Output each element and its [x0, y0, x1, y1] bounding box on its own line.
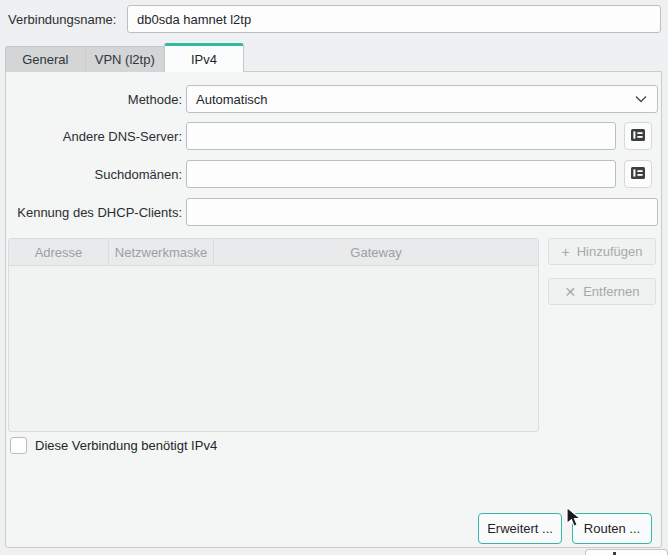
search-domains-label: Suchdomänen: — [8, 167, 182, 182]
cut-off-widget — [585, 549, 668, 555]
plus-icon: + — [562, 245, 570, 259]
column-header-gateway[interactable]: Gateway — [214, 239, 538, 265]
dns-servers-label: Andere DNS-Server: — [8, 129, 182, 144]
edit-list-icon — [630, 127, 646, 146]
tab-ipv4[interactable]: IPv4 — [164, 43, 244, 72]
requires-ipv4-checkbox[interactable] — [10, 437, 27, 454]
remove-address-button[interactable]: ✕ Entfernen — [548, 278, 656, 305]
edit-list-icon — [630, 165, 646, 184]
dhcp-client-id-label: Kennung des DHCP-Clients: — [8, 205, 182, 220]
column-header-adresse[interactable]: Adresse — [9, 239, 109, 265]
addresses-table: Adresse Netzwerkmaske Gateway — [8, 238, 539, 432]
add-address-button-label: Hinzufügen — [577, 244, 643, 259]
dns-servers-edit-list-button[interactable] — [624, 122, 652, 150]
method-combobox[interactable]: Automatisch — [186, 85, 658, 113]
connection-name-label: Verbindungsname: — [8, 12, 116, 27]
routes-button[interactable]: Routen ... — [572, 513, 652, 544]
cross-icon: ✕ — [564, 285, 576, 299]
remove-address-button-label: Entfernen — [583, 284, 639, 299]
addresses-table-header: Adresse Netzwerkmaske Gateway — [9, 239, 538, 266]
dns-servers-input[interactable] — [186, 122, 616, 150]
tab-general[interactable]: General — [6, 47, 85, 72]
search-domains-input[interactable] — [186, 160, 616, 188]
dhcp-client-id-input[interactable] — [186, 198, 658, 226]
requires-ipv4-checkbox-label: Diese Verbindung benötigt IPv4 — [35, 438, 217, 453]
addresses-table-body[interactable] — [9, 266, 538, 432]
connection-name-input[interactable] — [127, 5, 661, 33]
tab-group-inactive: General VPN (l2tp) — [5, 46, 165, 72]
method-label: Methode: — [8, 92, 182, 107]
method-selected-value: Automatisch — [196, 92, 634, 107]
column-header-netzwerkmaske[interactable]: Netzwerkmaske — [109, 239, 214, 265]
search-domains-edit-list-button[interactable] — [624, 160, 652, 188]
chevron-down-icon — [634, 92, 648, 107]
tab-vpn-l2tp[interactable]: VPN (l2tp) — [85, 47, 165, 72]
add-address-button[interactable]: + Hinzufügen — [548, 238, 656, 265]
advanced-button[interactable]: Erweitert ... — [478, 513, 562, 544]
